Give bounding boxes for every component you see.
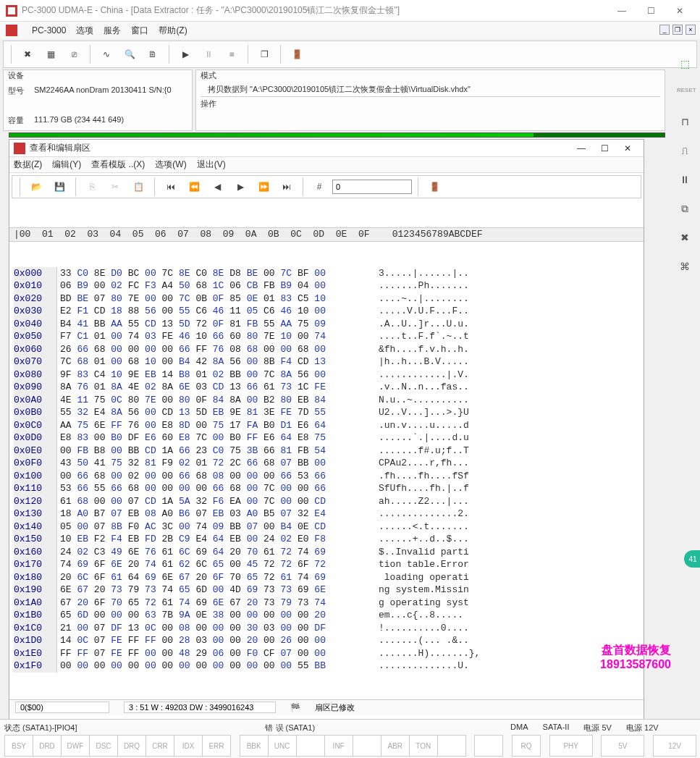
hex-row[interactable]: 0x17074 69 6F 6E 20 74 61 62 6C 65 00 45… [9, 558, 644, 571]
hex-bytes[interactable]: AA 75 6E FF 76 00 E8 8D 00 75 17 FA B0 D… [60, 419, 371, 432]
hex-maximize[interactable]: ☐ [593, 140, 616, 156]
hex-row[interactable]: 0x1C021 00 07 DF 13 0C 00 08 00 00 00 30… [9, 622, 644, 635]
hex-row[interactable]: 0x1E0FF FF 07 FE FF 00 00 48 29 06 00 F0… [9, 647, 644, 660]
hex-menu-exit[interactable]: 退出(V) [197, 159, 226, 171]
hex-ascii[interactable]: .......(... .&.. [379, 634, 469, 647]
close-button[interactable]: ✕ [665, 0, 694, 22]
copy-stack-icon[interactable]: ❐ [254, 44, 274, 64]
hex-row[interactable]: 0x030E2 F1 CD 18 88 56 00 55 C6 46 11 05… [9, 305, 644, 318]
hex-ascii[interactable]: ..............U. [379, 660, 469, 673]
hex-bytes[interactable]: 24 02 C3 49 6E 76 61 6C 69 64 20 70 61 7… [60, 546, 371, 559]
hex-ascii[interactable]: 3.....|......|.. [379, 267, 469, 280]
menu-window[interactable]: 窗口 [131, 25, 148, 37]
hex-bytes[interactable]: 18 A0 B7 07 EB 08 A0 B6 07 EB 03 A0 B5 0… [60, 508, 371, 521]
next-icon[interactable]: ▶ [230, 177, 250, 197]
hex-row[interactable]: 0x1A067 20 6F 70 65 72 61 74 69 6E 67 20… [9, 597, 644, 610]
save-icon[interactable]: 💾 [49, 177, 69, 197]
stop-button[interactable]: ■ [222, 44, 242, 64]
hex-row[interactable]: 0x00033 C0 8E D0 BC 00 7C 8E C0 8E D8 BE… [9, 267, 644, 280]
hex-ascii[interactable]: ......`.|....d.u [379, 431, 469, 445]
hex-grid[interactable]: |00 01 02 03 04 05 06 07 08 09 0A 0B 0C … [9, 201, 644, 699]
tool-settings-icon[interactable]: ✖ [17, 44, 38, 64]
hex-ascii[interactable]: SfUfh....fh.|..f [379, 482, 469, 495]
last-icon[interactable]: ⏭ [277, 177, 297, 197]
hex-bytes[interactable]: 33 C0 8E D0 BC 00 7C 8E C0 8E D8 BE 00 7… [60, 267, 371, 280]
cut-icon[interactable]: ✂ [105, 177, 125, 197]
hex-bytes[interactable]: 43 50 41 75 32 81 F9 02 01 72 2C 66 68 0… [60, 457, 371, 470]
hex-row[interactable]: 0x12061 68 00 00 07 CD 1A 5A 32 F6 EA 00… [9, 495, 644, 508]
mdi-close[interactable]: × [686, 25, 696, 35]
offset-input[interactable] [332, 180, 412, 194]
tool-wave-icon[interactable]: ∿ [96, 44, 117, 64]
hex-row[interactable]: 0x020BD BE 07 80 7E 00 00 7C 0B 0F 85 0E… [9, 292, 644, 306]
hex-ascii[interactable]: !..........0.... [379, 622, 469, 635]
hex-bytes[interactable]: BD BE 07 80 7E 00 00 7C 0B 0F 85 0E 01 8… [60, 292, 371, 306]
hex-row[interactable]: 0x16024 02 C3 49 6E 76 61 6C 69 64 20 70… [9, 546, 644, 559]
hex-row[interactable]: 0x0C0AA 75 6E FF 76 00 E8 8D 00 75 17 FA… [9, 419, 644, 432]
hex-row[interactable]: 0x0F043 50 41 75 32 81 F9 02 01 72 2C 66… [9, 457, 644, 470]
hex-row[interactable]: 0x06026 66 68 00 00 00 00 66 FF 76 08 68… [9, 343, 644, 356]
first-icon[interactable]: ⏮ [161, 177, 181, 197]
hex-row[interactable]: 0x01006 B9 00 02 FC F3 A4 50 68 1C 06 CB… [9, 279, 644, 292]
exit-icon[interactable]: 🚪 [287, 44, 307, 64]
copy-icon[interactable]: ⎘ [82, 177, 102, 197]
hex-exit-icon[interactable]: 🚪 [424, 177, 444, 197]
side-glyph-icon[interactable]: ⌘ [677, 261, 693, 277]
prev-far-icon[interactable]: ⏪ [184, 177, 204, 197]
hex-bytes[interactable]: B4 41 BB AA 55 CD 13 5D 72 0F 81 FB 55 A… [60, 318, 371, 331]
hex-ascii[interactable]: ............|.V. [379, 369, 469, 382]
tool-binoculars-icon[interactable]: 🔍 [119, 44, 140, 64]
hex-bytes[interactable]: 65 6D 00 00 00 63 7B 9A 0E 38 00 00 00 0… [60, 609, 371, 622]
hex-menu-options[interactable]: 选项(W) [155, 159, 186, 171]
minimize-button[interactable]: — [607, 0, 636, 22]
hex-ascii[interactable]: ......+..d..$... [379, 533, 469, 546]
hex-bytes[interactable]: 20 6C 6F 61 64 69 6E 67 20 6F 70 65 72 6… [60, 571, 371, 584]
hex-bytes[interactable]: 9F 83 C4 10 9E EB 14 B8 01 02 BB 00 7C 8… [60, 369, 371, 382]
hex-row[interactable]: 0x040B4 41 BB AA 55 CD 13 5D 72 0F 81 FB… [9, 318, 644, 331]
hex-bytes[interactable]: 67 20 6F 70 65 72 61 74 69 6E 67 20 73 7… [60, 597, 371, 610]
hex-bytes[interactable]: 53 66 55 66 68 00 00 00 00 66 68 00 7C 0… [60, 482, 371, 495]
hex-bytes[interactable]: 26 66 68 00 00 00 00 66 FF 76 08 68 00 0… [60, 343, 371, 356]
hex-ascii[interactable]: ....t..F.f`.~..t [379, 330, 469, 343]
tool-chip-icon[interactable]: ▦ [41, 44, 61, 64]
hex-row[interactable]: 0x18020 6C 6F 61 64 69 6E 67 20 6F 70 65… [9, 571, 644, 584]
hex-ascii[interactable]: loading operati [379, 571, 469, 584]
side-cross-icon[interactable]: ✖ [677, 232, 693, 248]
menu-services[interactable]: 服务 [104, 25, 121, 37]
hex-bytes[interactable]: 00 00 00 00 00 00 00 00 00 00 00 00 00 0… [60, 660, 371, 673]
hex-row[interactable]: 0x11053 66 55 66 68 00 00 00 00 66 68 00… [9, 482, 644, 495]
pause-button[interactable]: ⏸ [198, 44, 219, 64]
hex-ascii[interactable]: g operating syst [379, 597, 469, 610]
hex-ascii[interactable]: $..Invalid parti [379, 546, 469, 559]
side-pause-icon[interactable]: ⏸ [677, 174, 693, 190]
menu-options[interactable]: 选项 [76, 25, 93, 37]
hex-ascii[interactable]: .......f#.u;f..T [379, 445, 469, 458]
hex-ascii[interactable]: .A..U..]r...U.u. [379, 318, 469, 331]
mdi-minimize[interactable]: _ [659, 25, 670, 35]
hex-row[interactable]: 0x10000 66 68 00 02 00 00 66 68 08 00 00… [9, 470, 644, 483]
hex-bytes[interactable]: 06 B9 00 02 FC F3 A4 50 68 1C 06 CB FB B… [60, 279, 371, 292]
maximize-button[interactable]: ☐ [636, 0, 665, 22]
hex-row[interactable]: 0x0D0E8 83 00 B0 DF E6 60 E8 7C 00 B0 FF… [9, 431, 644, 445]
hex-bytes[interactable]: 6E 67 20 73 79 73 74 65 6D 00 4D 69 73 7… [60, 584, 371, 597]
hex-close[interactable]: ✕ [616, 140, 639, 156]
hex-row[interactable]: 0x1906E 67 20 73 79 73 74 65 6D 00 4D 69… [9, 584, 644, 597]
hex-bytes[interactable]: E2 F1 CD 18 88 56 00 55 C6 46 11 05 C6 4… [60, 305, 371, 318]
hex-row[interactable]: 0x0809F 83 C4 10 9E EB 14 B8 01 02 BB 00… [9, 369, 644, 382]
hex-bytes[interactable]: 7C 68 01 00 68 10 00 B4 42 8A 56 00 8B F… [60, 355, 371, 369]
hex-bytes[interactable]: 14 0C 07 FE FF FF 00 28 03 00 00 20 00 2… [60, 634, 371, 647]
next-far-icon[interactable]: ⏩ [253, 177, 274, 197]
hex-ascii[interactable]: U2..V...]...>.}U [379, 406, 469, 419]
hex-row[interactable]: 0x0B055 32 E4 8A 56 00 CD 13 5D EB 9E 81… [9, 406, 644, 419]
hex-bytes[interactable]: FF FF 07 FE FF 00 00 48 29 06 00 F0 CF 0… [60, 647, 371, 660]
play-button[interactable]: ▶ [175, 44, 195, 64]
hex-menu-edit[interactable]: 编辑(Y) [52, 159, 81, 171]
hex-menu-data[interactable]: 数据(Z) [14, 159, 42, 171]
hex-ascii[interactable]: .fh....fh....fSf [379, 470, 469, 483]
side-gauge-icon[interactable]: ⊓ [677, 116, 693, 132]
hex-ascii[interactable]: CPAu2....r,fh... [379, 457, 469, 470]
hex-bytes[interactable]: 74 69 6F 6E 20 74 61 62 6C 65 00 45 72 7… [60, 558, 371, 571]
prev-icon[interactable]: ◀ [207, 177, 227, 197]
hex-row[interactable]: 0x1F000 00 00 00 00 00 00 00 00 00 00 00… [9, 660, 644, 673]
hex-ascii[interactable]: ..............2. [379, 508, 469, 521]
